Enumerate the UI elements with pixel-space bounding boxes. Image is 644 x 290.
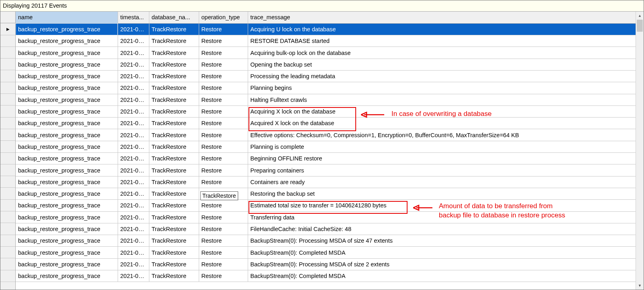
cell-database-name[interactable]: TrackRestore bbox=[149, 59, 199, 70]
row-header-cell[interactable] bbox=[0, 70, 15, 82]
cell-timestamp[interactable]: 2021-04... bbox=[118, 223, 149, 235]
cell-operation-type[interactable]: Restore bbox=[199, 270, 248, 282]
cell-operation-type[interactable]: Restore bbox=[199, 70, 248, 82]
table-row[interactable]: backup_restore_progress_trace2021-04...T… bbox=[16, 82, 644, 94]
cell-name[interactable]: backup_restore_progress_trace bbox=[16, 176, 118, 188]
col-header-trace-message[interactable]: trace_message bbox=[248, 12, 644, 23]
cell-trace-message[interactable]: Beginning OFFLINE restore bbox=[248, 153, 644, 164]
cell-trace-message[interactable]: Restoring the backup set bbox=[248, 188, 644, 199]
row-header-cell[interactable] bbox=[0, 105, 15, 117]
table-row[interactable]: backup_restore_progress_trace2021-04...T… bbox=[16, 164, 644, 176]
cell-operation-type[interactable]: Restore bbox=[199, 82, 248, 94]
cell-operation-type[interactable]: Restore bbox=[199, 141, 248, 152]
table-row[interactable]: backup_restore_progress_trace2021-04...T… bbox=[16, 105, 644, 117]
cell-trace-message[interactable]: Processing the leading metadata bbox=[248, 70, 644, 82]
cell-name[interactable]: backup_restore_progress_trace bbox=[16, 82, 118, 94]
row-header-cell[interactable] bbox=[0, 258, 15, 270]
cell-name[interactable]: backup_restore_progress_trace bbox=[16, 164, 118, 176]
cell-trace-message[interactable]: Acquiring X lock on the database bbox=[248, 105, 644, 117]
row-header-cell[interactable] bbox=[0, 247, 15, 258]
cell-timestamp[interactable]: 2021-04... bbox=[118, 70, 149, 82]
cell-timestamp[interactable]: 2021-04... bbox=[118, 235, 149, 247]
cell-trace-message[interactable]: BackupStream(0): Completed MSDA bbox=[248, 270, 644, 282]
cell-name[interactable]: backup_restore_progress_trace bbox=[16, 188, 118, 199]
cell-database-name[interactable]: TrackRestore bbox=[149, 94, 199, 105]
cell-database-name[interactable]: TrackRestore bbox=[149, 47, 199, 59]
cell-timestamp[interactable]: 2021-04... bbox=[118, 94, 149, 105]
cell-trace-message[interactable]: BackupStream(0): Completed MSDA bbox=[248, 247, 644, 258]
cell-trace-message[interactable]: Halting Fulltext crawls bbox=[248, 94, 644, 105]
cell-trace-message[interactable]: BackupStream(0): Processing MSDA of size… bbox=[248, 258, 644, 270]
cell-operation-type[interactable]: Restore bbox=[199, 94, 248, 105]
cell-operation-type[interactable]: Restore bbox=[199, 129, 248, 141]
table-row[interactable]: backup_restore_progress_trace2021-04...T… bbox=[16, 129, 644, 141]
cell-database-name[interactable]: TrackRestore bbox=[149, 188, 199, 199]
cell-database-name[interactable]: TrackRestore bbox=[149, 258, 199, 270]
cell-operation-type[interactable]: Restore bbox=[199, 176, 248, 188]
scroll-up-button[interactable]: ▲ bbox=[636, 12, 644, 20]
cell-database-name[interactable]: TrackRestore bbox=[149, 153, 199, 164]
cell-trace-message[interactable]: Planning is complete bbox=[248, 141, 644, 152]
cell-database-name[interactable]: TrackRestore bbox=[149, 235, 199, 247]
cell-timestamp[interactable]: 2021-04... bbox=[118, 164, 149, 176]
table-row[interactable]: backup_restore_progress_trace2021-04...T… bbox=[16, 247, 644, 258]
table-row[interactable]: backup_restore_progress_trace2021-04...T… bbox=[16, 176, 644, 188]
table-row[interactable]: backup_restore_progress_trace2021-04...T… bbox=[16, 70, 644, 82]
cell-database-name[interactable]: TrackRestore bbox=[149, 129, 199, 141]
cell-name[interactable]: backup_restore_progress_trace bbox=[16, 270, 118, 282]
cell-operation-type[interactable]: Restore bbox=[199, 35, 248, 47]
cell-timestamp[interactable]: 2021-04... bbox=[118, 141, 149, 152]
cell-trace-message[interactable]: Acquiring U lock on the database bbox=[248, 23, 644, 35]
cell-name[interactable]: backup_restore_progress_trace bbox=[16, 47, 118, 59]
cell-operation-type[interactable]: Restore bbox=[199, 247, 248, 258]
table-row[interactable]: backup_restore_progress_trace2021-04...T… bbox=[16, 141, 644, 152]
row-header-cell[interactable] bbox=[0, 94, 15, 105]
scroll-down-button[interactable]: ▼ bbox=[636, 282, 644, 290]
row-header-cell[interactable] bbox=[0, 118, 15, 129]
cell-name[interactable]: backup_restore_progress_trace bbox=[16, 211, 118, 223]
cell-timestamp[interactable]: 2021-04... bbox=[118, 211, 149, 223]
cell-timestamp[interactable]: 2021-04... bbox=[118, 105, 149, 117]
cell-name[interactable]: backup_restore_progress_trace bbox=[16, 70, 118, 82]
cell-timestamp[interactable]: 2021-04... bbox=[118, 247, 149, 258]
cell-name[interactable]: backup_restore_progress_trace bbox=[16, 118, 118, 129]
cell-trace-message[interactable]: RESTORE DATABASE started bbox=[248, 35, 644, 47]
row-header-cell[interactable] bbox=[0, 59, 15, 70]
cell-operation-type[interactable]: Restore bbox=[199, 105, 248, 117]
cell-timestamp[interactable]: 2021-04... bbox=[118, 23, 149, 35]
cell-database-name[interactable]: TrackRestore bbox=[149, 164, 199, 176]
cell-name[interactable]: backup_restore_progress_trace bbox=[16, 223, 118, 235]
table-row[interactable]: backup_restore_progress_trace2021-04...T… bbox=[16, 35, 644, 47]
cell-database-name[interactable]: TrackRestore bbox=[149, 35, 199, 47]
cell-database-name[interactable]: TrackRestore bbox=[149, 118, 199, 129]
cell-operation-type[interactable]: Restore bbox=[199, 188, 248, 199]
cell-timestamp[interactable]: 2021-04... bbox=[118, 270, 149, 282]
cell-operation-type[interactable]: Restore bbox=[199, 223, 248, 235]
cell-trace-message[interactable]: Transferring data bbox=[248, 211, 644, 223]
cell-timestamp[interactable]: 2021-04... bbox=[118, 35, 149, 47]
cell-name[interactable]: backup_restore_progress_trace bbox=[16, 258, 118, 270]
col-header-operation-type[interactable]: operation_type bbox=[199, 12, 248, 23]
cell-database-name[interactable]: TrackRestore bbox=[149, 176, 199, 188]
cell-operation-type[interactable]: Restore bbox=[199, 118, 248, 129]
table-row[interactable]: backup_restore_progress_trace2021-04...T… bbox=[16, 94, 644, 105]
cell-name[interactable]: backup_restore_progress_trace bbox=[16, 105, 118, 117]
cell-trace-message[interactable]: FileHandleCache: Initial CacheSize: 48 bbox=[248, 223, 644, 235]
table-row[interactable]: backup_restore_progress_trace2021-04...T… bbox=[16, 153, 644, 164]
cell-trace-message[interactable]: Preparing containers bbox=[248, 164, 644, 176]
grid-corner-cell[interactable] bbox=[0, 12, 15, 23]
cell-timestamp[interactable]: 2021-04... bbox=[118, 200, 149, 211]
table-row[interactable]: backup_restore_progress_trace2021-04...T… bbox=[16, 211, 644, 223]
table-row[interactable]: backup_restore_progress_trace2021-04...T… bbox=[16, 258, 644, 270]
row-header-cell[interactable] bbox=[0, 270, 15, 282]
cell-database-name[interactable]: TrackRestore bbox=[149, 247, 199, 258]
cell-name[interactable]: backup_restore_progress_trace bbox=[16, 94, 118, 105]
cell-trace-message[interactable]: Effective options: Checksum=0, Compressi… bbox=[248, 129, 644, 141]
scroll-track[interactable] bbox=[636, 20, 644, 282]
cell-operation-type[interactable]: Restore bbox=[199, 164, 248, 176]
table-row[interactable]: backup_restore_progress_trace2021-04...T… bbox=[16, 23, 644, 35]
cell-timestamp[interactable]: 2021-04... bbox=[118, 153, 149, 164]
scroll-thumb[interactable] bbox=[637, 20, 643, 32]
cell-name[interactable]: backup_restore_progress_trace bbox=[16, 129, 118, 141]
cell-name[interactable]: backup_restore_progress_trace bbox=[16, 23, 118, 35]
